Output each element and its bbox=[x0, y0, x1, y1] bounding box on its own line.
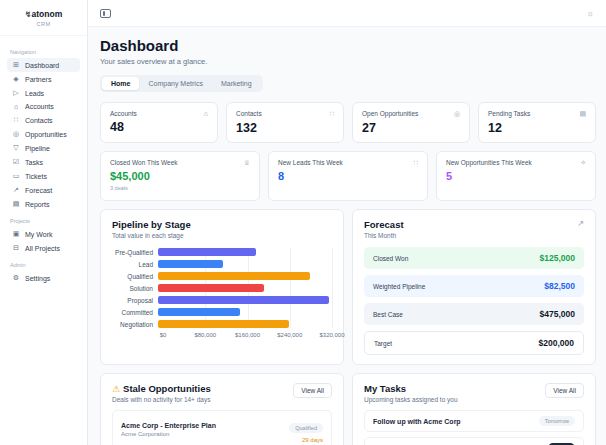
pipeline-bar-chart: Pre-Qualified Lead Qualified Solution Pr… bbox=[112, 248, 332, 341]
tickets-icon: ▭ bbox=[12, 172, 20, 180]
forecast-row-weighted-pipeline: Weighted Pipeline$82,500 bbox=[364, 275, 584, 297]
stale-title: Stale Opportunities bbox=[123, 383, 211, 394]
logo-bolt-icon: ↯ bbox=[25, 10, 32, 19]
card-new-leads-this-week: New Leads This Week∷ 8 bbox=[268, 151, 428, 201]
dashboard-icon: ⊞ bbox=[12, 61, 20, 69]
sidebar-item-all-projects[interactable]: ⊟All Projects bbox=[7, 241, 80, 255]
task-item[interactable]: Follow up with Acme Corp Tomorrow bbox=[364, 410, 584, 432]
page-subtitle: Your sales overview at a glance. bbox=[100, 57, 596, 66]
reports-icon: ▤ bbox=[12, 200, 20, 208]
sidebar-item-settings[interactable]: ⚙Settings bbox=[7, 271, 80, 285]
stat-label: Open Opportunities bbox=[362, 110, 418, 117]
app-root: ↯atonom CRM Navigation ⊞Dashboard ◈Partn… bbox=[0, 0, 606, 445]
chart-bar-row: Committed bbox=[112, 308, 332, 316]
sidebar-item-tasks[interactable]: ☑Tasks bbox=[7, 155, 80, 169]
sidebar-item-opportunities[interactable]: ◎Opportunities bbox=[7, 127, 80, 141]
stale-list: Acme Corp - Enterprise PlanAcme Corporat… bbox=[112, 410, 332, 445]
stat-card-accounts: Accounts⌂ 48 bbox=[100, 102, 218, 143]
chart-x-axis: $0 $80,000 $160,000 $240,000 $320,000 bbox=[163, 332, 332, 341]
stat-value: 132 bbox=[236, 121, 334, 135]
app-logo: ↯atonom CRM bbox=[0, 0, 87, 36]
clipboard-icon: ▤ bbox=[579, 110, 586, 118]
bottom-row: ⚠Stale Opportunities Deals with no activ… bbox=[100, 373, 596, 445]
chart-subtitle: Total value in each stage bbox=[112, 232, 332, 239]
sidebar-item-reports[interactable]: ▤Reports bbox=[7, 197, 80, 211]
forecast-rows: Closed Won$125,000 Weighted Pipeline$82,… bbox=[364, 247, 584, 355]
sidebar: ↯atonom CRM Navigation ⊞Dashboard ◈Partn… bbox=[0, 0, 88, 445]
tasks-list: Follow up with Acme Corp Tomorrow Prepar… bbox=[364, 410, 584, 445]
stat-label: Contacts bbox=[236, 110, 262, 117]
sidebar-toggle-icon[interactable] bbox=[100, 9, 111, 18]
chart-title: Pipeline by Stage bbox=[112, 219, 332, 230]
card-value: $45,000 bbox=[110, 170, 250, 182]
page-content: Dashboard Your sales overview at a glanc… bbox=[88, 27, 606, 445]
card-subtext: 3 deals bbox=[110, 185, 250, 191]
stat-value: 27 bbox=[362, 121, 460, 135]
task-item[interactable]: Prepare proposal for TechFlow Today bbox=[364, 437, 584, 445]
stale-view-all-button[interactable]: View All bbox=[293, 383, 332, 398]
stale-opportunities-card: ⚠Stale Opportunities Deals with no activ… bbox=[100, 373, 344, 445]
stat-value: 12 bbox=[488, 121, 586, 135]
sidebar-item-tickets[interactable]: ▭Tickets bbox=[7, 169, 80, 183]
chart-bar-row: Lead bbox=[112, 260, 332, 268]
forecast-title: Forecast bbox=[364, 219, 404, 230]
card-label: New Opportunities This Week bbox=[446, 159, 532, 166]
tab-marketing[interactable]: Marketing bbox=[212, 77, 261, 90]
card-label: Closed Won This Week bbox=[110, 159, 178, 166]
tab-company-metrics[interactable]: Company Metrics bbox=[139, 77, 211, 90]
card-label: New Leads This Week bbox=[278, 159, 343, 166]
sidebar-item-leads[interactable]: ▷Leads bbox=[7, 86, 80, 100]
sidebar-item-forecast[interactable]: ↗Forecast bbox=[7, 183, 80, 197]
stat-label: Accounts bbox=[110, 110, 137, 117]
leads-icon: ▷ bbox=[12, 89, 20, 97]
stat-card-pending-tasks: Pending Tasks▤ 12 bbox=[478, 102, 596, 143]
logo-subtitle: CRM bbox=[4, 21, 83, 27]
topbar: ☼ bbox=[88, 0, 606, 27]
opportunities-icon: ◎ bbox=[12, 130, 20, 138]
all-projects-icon: ⊟ bbox=[12, 244, 20, 252]
tasks-icon: ☑ bbox=[12, 158, 20, 166]
stat-label: Pending Tasks bbox=[488, 110, 530, 117]
forecast-icon: ↗ bbox=[12, 186, 20, 194]
building-icon: ⌂ bbox=[204, 110, 208, 117]
forecast-card: Forecast This Month ↗ Closed Won$125,000… bbox=[352, 209, 596, 365]
pipeline-icon: ▽ bbox=[12, 144, 20, 152]
sidebar-item-pipeline[interactable]: ▽Pipeline bbox=[7, 141, 80, 155]
users-icon: ∷ bbox=[330, 110, 334, 118]
dashboard-tabs: Home Company Metrics Marketing bbox=[100, 75, 263, 92]
contacts-icon: ∷ bbox=[12, 116, 20, 124]
my-work-icon: ▣ bbox=[12, 230, 20, 238]
forecast-row-target: Target$200,000 bbox=[364, 331, 584, 355]
stale-days: 29 days bbox=[289, 437, 323, 443]
sidebar-item-contacts[interactable]: ∷Contacts bbox=[7, 113, 80, 127]
chart-bar-row: Proposal bbox=[112, 296, 332, 304]
chart-bar-row: Negotiation bbox=[112, 320, 332, 328]
sidebar-item-accounts[interactable]: ⌂Accounts bbox=[7, 100, 80, 113]
pipeline-by-stage-card: Pipeline by Stage Total value in each st… bbox=[100, 209, 344, 365]
forecast-row-closed-won: Closed Won$125,000 bbox=[364, 247, 584, 269]
sidebar-item-partners[interactable]: ◈Partners bbox=[7, 72, 80, 86]
page-title: Dashboard bbox=[100, 37, 596, 54]
due-badge: Tomorrow bbox=[539, 416, 575, 426]
main-area: ☼ Dashboard Your sales overview at a gla… bbox=[88, 0, 606, 445]
stage-badge: Qualified bbox=[289, 423, 323, 433]
chart-gridline bbox=[332, 248, 333, 328]
tasks-title: My Tasks bbox=[364, 383, 458, 394]
bar-pre-qualified bbox=[158, 248, 256, 256]
stat-card-contacts: Contacts∷ 132 bbox=[226, 102, 344, 143]
stale-item[interactable]: Acme Corp - Enterprise PlanAcme Corporat… bbox=[112, 410, 332, 445]
sidebar-nav: Navigation ⊞Dashboard ◈Partners ▷Leads ⌂… bbox=[0, 36, 87, 291]
tasks-view-all-button[interactable]: View All bbox=[545, 383, 584, 398]
chart-bar-row: Solution bbox=[112, 284, 332, 292]
bar-lead bbox=[158, 260, 223, 268]
chart-bar-row: Qualified bbox=[112, 272, 332, 280]
sidebar-item-dashboard[interactable]: ⊞Dashboard bbox=[7, 58, 80, 72]
sidebar-item-my-work[interactable]: ▣My Work bbox=[7, 227, 80, 241]
card-closed-won-this-week: Closed Won This Week♕ $45,000 3 deals bbox=[100, 151, 260, 201]
theme-toggle-icon[interactable]: ☼ bbox=[587, 9, 594, 18]
tab-home[interactable]: Home bbox=[102, 77, 139, 90]
stat-card-open-opportunities: Open Opportunities◎ 27 bbox=[352, 102, 470, 143]
nav-section-label: Projects bbox=[10, 218, 77, 224]
stat-value: 48 bbox=[110, 120, 208, 134]
card-value: 5 bbox=[446, 170, 586, 182]
